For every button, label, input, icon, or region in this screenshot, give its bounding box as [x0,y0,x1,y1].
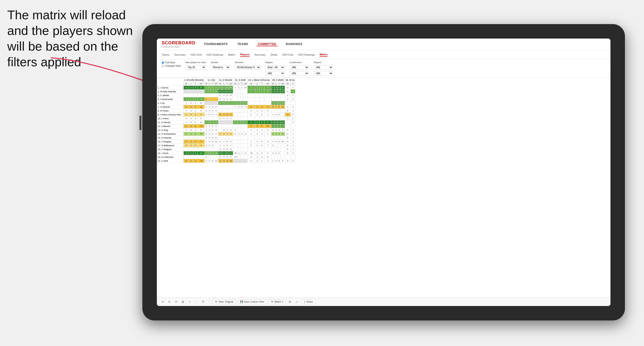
gender-select[interactable]: Women's Men's [211,65,230,70]
subnav-detail[interactable]: Detail [270,53,277,57]
matrix-table: 2. M Kelly Mulcahy 6. A Dy 11. G Woods 2… [157,78,295,163]
col-header-stoll: 21. O Stoll [233,78,248,82]
players-filter: Players (All) (All) [314,61,333,76]
logo: SCOREBOARD Powered by clippd [162,40,196,48]
player-name: 19. J Karrh [157,151,184,155]
table-row: 15. H Stranda 0 2 0 11 [157,136,295,140]
subnav-matrix2[interactable]: Matrix [320,52,328,57]
player-name: 8. M Torres [157,109,184,113]
subnav-matrix[interactable]: Matrix [228,53,235,57]
refresh-icon[interactable]: ⟳ [174,300,178,304]
table-row: 13. N Klug 0 0 1 0 1 1 0 -2 0 1 [157,128,295,132]
table-row: 9. A Maria Jimenez Rios 1 0 0 6 1 0 0 -7… [157,113,295,117]
players-sub-select[interactable]: (All) [314,71,333,76]
col-header-woods: 11. G Woods [218,78,233,82]
col-header-webb: 38. A Webb [271,78,285,82]
max-players-select[interactable]: Top 25 Top 50 All [186,65,206,70]
zoom-out-icon[interactable]: − [194,300,198,304]
sh-w3: W [218,82,222,86]
region-sub-select[interactable]: (All) [266,71,285,76]
view-label: View: Original [218,301,233,303]
view-original-button[interactable]: 👁 View: Original [213,300,236,304]
conference-sub-select[interactable]: (All) [290,71,309,76]
table-row: 3. S Jelinek 0 2 0 17 [157,93,295,97]
max-players-filter: Max players in view Top 25 Top 50 All [186,61,206,70]
nav-items: TOURNAMENTS TEAMS COMMITTEE RANKINGS [203,42,304,46]
sh-d1: Dif [198,82,204,86]
players-select[interactable]: (All) [314,65,333,70]
player-name: 20. E Andersson [157,155,184,159]
sh-d3: Dif [229,82,233,86]
player-name: 16. X Mcgaha [157,140,184,144]
divider [209,300,209,304]
zoom-in-icon[interactable]: + [188,300,192,304]
sh-l1: L [189,82,193,86]
sh-t3: T [226,82,229,86]
redo-icon[interactable]: ↻ [167,300,172,304]
zoom-fit-icon[interactable]: ⊞ [181,300,185,304]
subnav-h2h-grid[interactable]: H2H Grid [190,53,202,57]
sh-w5: W [248,82,255,86]
view-icon: 👁 [215,301,218,303]
watch-button[interactable]: 👁 Watch ▾ [269,300,286,304]
player-name: 2. M Kelly Mulcahy [157,90,184,93]
table-row: 5. A Nomrowski 3 1 0 -11 1 0 0 1 [157,97,295,101]
undo-icon[interactable]: ↺ [160,300,165,304]
tablet-screen: SCOREBOARD Powered by clippd TOURNAMENTS… [157,38,610,306]
table-row: 20. E Andersson 2 0 0 0 0 [157,155,295,159]
subnav-h2h-heatmap[interactable]: H2H Heatmap [206,53,223,57]
table-row: 2. M Kelly Mulcahy 0 7 0 40 10 10 0 [157,90,295,93]
subnav-summary[interactable]: Summary [174,53,186,57]
col-header-mulcahy: 2. M Kelly Mulcahy [184,78,204,82]
sh-l2: L [208,82,211,86]
player-name: 5. A Nomrowski [157,97,184,101]
watch-label: Watch [274,301,281,303]
table-row: 8. M Torres 0 0 1 0 2 1 0 2 [157,109,295,113]
player-name: 12. A Bianchi [157,124,184,128]
region-select[interactable]: East - DII (All) [266,65,285,70]
division-select[interactable]: NCAA Division II NCAA Division I NCAA Di… [235,65,260,70]
sh-l6: L [275,82,278,86]
logo-sub: Powered by clippd [162,45,196,48]
nav-rankings[interactable]: RANKINGS [285,42,304,46]
subnav-summary2[interactable]: Summary [254,53,266,57]
player-name: 7. O Mitchell [157,105,184,109]
watch-icon: 👁 [271,301,274,303]
nav-committee[interactable]: COMMITTEE [256,42,278,46]
expand-icon[interactable]: ⤢ [294,300,299,304]
table-row: 14. S Srichantamit 3 1 0 18 0 1 0 5 1 2 … [157,132,295,136]
nav-teams[interactable]: TEAMS [236,42,250,46]
sh-w4: W [233,82,238,86]
subnav-h2h-grid2[interactable]: H2H Grid [282,53,293,57]
player-name: 6. A Dy [157,101,184,105]
table-row: 16. X Mcgaha 2 1 0 3 1 0 0 11 0 1 0 [157,140,295,144]
region-filter: Region East - DII (All) (All) [266,61,285,76]
col-header-ady: 6. A Dy [204,78,218,82]
filter-bar: Full View Compact View Max players in vi… [157,59,610,78]
timer-icon[interactable]: ⏱ [201,300,205,304]
player-name: 11. G Woods [157,121,184,124]
subnav-players[interactable]: Players [240,52,250,57]
player-name: 14. S Srichantamit [157,132,184,136]
subnav-teams[interactable]: Teams [162,53,170,57]
sh-d2: Dif [214,82,218,86]
share-button[interactable]: ↗ Share [301,300,315,304]
table-row: 17. D Ballesteros 3 1 0 5 -2 0 3 1 1 0 [157,144,295,148]
subnav-h2h-heatmap2[interactable]: H2H Heatmap [298,53,315,57]
col-header-schumac: 23. L Marie Schumac. [248,78,271,82]
settings-icon[interactable]: ⚙ [288,300,292,304]
table-row: 21. O Stoll 4 1 0 -33 2 1 0 14 1 1 0 [157,159,295,163]
watch-dropdown-icon: ▾ [282,301,283,303]
annotation-text: The matrix will reload and the players s… [7,7,142,70]
nav-tournaments[interactable]: TOURNAMENTS [203,42,229,46]
matrix-header-name [157,78,184,86]
table-row: 6. A Dy 7 0 0 11 0 14 1 0 [157,101,295,105]
conference-select[interactable]: (All) [290,65,309,70]
table-row: 7. O Mitchell 3 0 0 18 2 2 0 2 [157,105,295,109]
player-name: 17. D Ballesteros [157,144,184,148]
save-custom-view-button[interactable]: 💾 Save Custom View [238,300,266,304]
save-icon: 💾 [240,301,243,303]
sh-l4: L [238,82,240,86]
full-view-radio[interactable]: Full View [162,61,181,64]
compact-view-radio[interactable]: Compact View [162,65,181,67]
